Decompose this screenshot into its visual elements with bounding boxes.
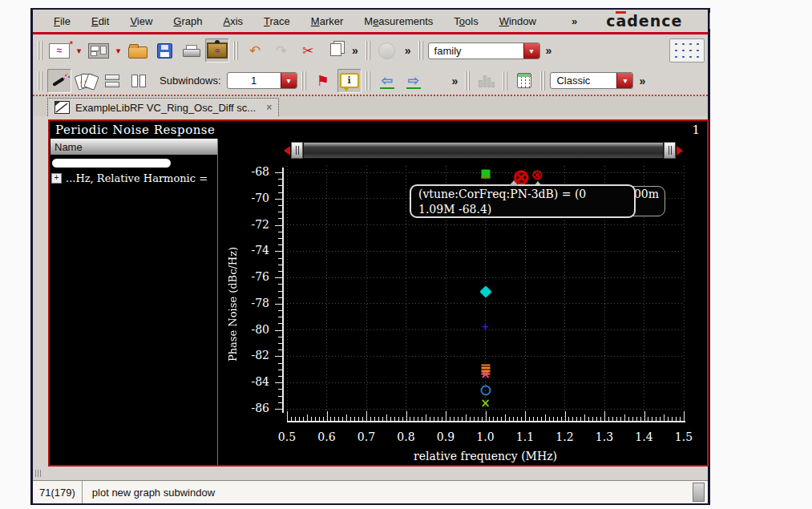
- subwindows-combobox[interactable]: 1 ▾: [227, 72, 297, 89]
- cadence-logo: cadence: [606, 12, 682, 30]
- y-tick: [278, 185, 282, 186]
- toolbar-overflow-chevron[interactable]: »: [636, 75, 648, 87]
- toolbar-overflow-chevron[interactable]: »: [543, 44, 555, 57]
- x-tick-label: 0.9: [437, 430, 454, 443]
- magic-wand-button[interactable]: [47, 69, 71, 93]
- slider-right-arrow-icon[interactable]: [677, 146, 683, 156]
- horizontal-split-button[interactable]: [100, 69, 124, 93]
- menu-item-trace[interactable]: Trace: [264, 15, 290, 27]
- point-blue-cross[interactable]: +: [481, 322, 489, 332]
- point-green-x[interactable]: ×: [480, 398, 491, 410]
- new-subwindow-button[interactable]: [87, 38, 111, 63]
- menu-item-measurements[interactable]: Measurements: [364, 15, 433, 27]
- y-tick: [278, 271, 282, 272]
- menu-item-graph[interactable]: Graph: [173, 15, 202, 27]
- new-subwindow-dropdown[interactable]: ▾: [113, 40, 123, 61]
- x-tick: [501, 417, 502, 421]
- toolbar-grip[interactable]: [503, 71, 508, 91]
- toolbar-grip[interactable]: [301, 71, 307, 91]
- toolbar-grip[interactable]: [540, 71, 546, 91]
- y-tick-label: -86: [237, 402, 269, 414]
- toolbar-overflow-chevron[interactable]: »: [449, 75, 462, 87]
- toolbar-grip[interactable]: [38, 71, 43, 91]
- print-button[interactable]: [179, 38, 203, 63]
- toolbar-grip[interactable]: [38, 41, 43, 60]
- style-combobox[interactable]: Classic ▾: [550, 72, 633, 89]
- gridline-horizontal: [287, 251, 684, 252]
- point-blue-open-circle[interactable]: [480, 386, 491, 396]
- redo-icon: ↷: [276, 44, 287, 58]
- menu-item-file[interactable]: File: [54, 15, 71, 27]
- x-tick: [358, 417, 359, 421]
- menu-item-window[interactable]: Window: [499, 15, 536, 27]
- toolbar-grip[interactable]: [418, 41, 424, 60]
- label-info-button[interactable]: i: [337, 69, 362, 93]
- x-tick: [299, 417, 300, 421]
- trace-tree-item[interactable]: + ...Hz, Relative Harmonic =: [51, 172, 208, 184]
- point-pink-x[interactable]: ×: [480, 369, 491, 381]
- toolbar-overflow-chevron[interactable]: »: [349, 44, 362, 57]
- undo-button[interactable]: ↶: [243, 38, 267, 63]
- histogram-button[interactable]: [475, 69, 499, 93]
- y-tick: [278, 317, 282, 317]
- style-combobox-caret[interactable]: ▾: [616, 73, 632, 88]
- redo-button[interactable]: ↷: [269, 38, 293, 63]
- family-combobox-caret[interactable]: ▾: [523, 43, 539, 59]
- status-resize-grip[interactable]: [693, 483, 705, 502]
- menu-item-marker[interactable]: Marker: [311, 15, 343, 27]
- slider-bar[interactable]: [303, 142, 664, 159]
- slider-left-arrow-icon[interactable]: [284, 146, 290, 156]
- previous-view-button[interactable]: ⇦: [375, 69, 399, 93]
- new-waveform-dropdown[interactable]: ▾: [74, 40, 84, 61]
- name-column-header[interactable]: Name: [50, 139, 217, 155]
- subwindows-combobox-caret[interactable]: ▾: [281, 73, 297, 88]
- toolbar-overflow-chevron[interactable]: »: [402, 44, 414, 57]
- open-button[interactable]: [126, 38, 150, 63]
- slider-left-handle[interactable]: [291, 142, 303, 159]
- pane-grip-handle[interactable]: [35, 470, 42, 477]
- x-axis-title: relative frequency (MHz): [287, 450, 684, 463]
- copy-button[interactable]: [322, 38, 346, 63]
- next-view-button[interactable]: ⇨: [402, 69, 426, 93]
- x-zoom-slider[interactable]: [284, 142, 683, 159]
- x-tick: [612, 417, 613, 421]
- tree-expander-icon[interactable]: +: [51, 173, 62, 184]
- x-tick: [450, 417, 450, 421]
- toolbar-grip[interactable]: [366, 71, 371, 91]
- name-panel-scrollbar[interactable]: [52, 159, 171, 168]
- tab-example-librf[interactable]: ExampleLibRF VC_Ring_Osc_Diff sc... ×: [47, 98, 279, 116]
- flag-button[interactable]: ⚑: [311, 69, 335, 93]
- back-button[interactable]: ◂: [375, 38, 399, 63]
- slider-right-handle[interactable]: [664, 142, 676, 159]
- family-combobox[interactable]: family ▾: [428, 42, 540, 59]
- x-tick: [648, 417, 648, 421]
- x-tick: [632, 417, 633, 421]
- calculator-button[interactable]: [512, 69, 536, 93]
- x-tick: [362, 417, 363, 421]
- graph-subwindow[interactable]: Periodic Noise Response 1 Name + ...Hz, …: [48, 119, 709, 467]
- menu-overflow-chevron[interactable]: »: [572, 15, 577, 27]
- snapshot-clipboard-button[interactable]: ≈: [205, 38, 229, 63]
- tab-close-icon[interactable]: ×: [266, 102, 272, 113]
- cut-button[interactable]: ✂: [296, 38, 320, 63]
- toolbar-grip[interactable]: [465, 71, 471, 91]
- menu-item-edit[interactable]: Edit: [91, 15, 109, 27]
- marker-callout[interactable]: (vtune:CorFreq:PN-3dB) = (0 1.09M -68.4): [410, 184, 636, 218]
- x-tick-label: 0.7: [358, 430, 375, 443]
- browser-cards-button[interactable]: ♦♦: [74, 69, 98, 93]
- save-button[interactable]: [152, 38, 176, 63]
- menu-item-axis[interactable]: Axis: [223, 15, 243, 27]
- point-green-square[interactable]: [481, 169, 490, 178]
- vertical-split-button[interactable]: [127, 69, 151, 93]
- new-waveform-window-button[interactable]: ≈*: [47, 38, 71, 63]
- point-red-marker-scribble[interactable]: ⊗: [531, 168, 543, 182]
- point-cyan-diamond[interactable]: [479, 285, 492, 298]
- toolbar-grip[interactable]: [233, 41, 239, 60]
- menu-item-tools[interactable]: Tools: [454, 15, 478, 27]
- toolbar-grip[interactable]: [366, 41, 371, 60]
- menu-item-view[interactable]: View: [130, 15, 152, 27]
- gridline-horizontal: [287, 303, 684, 304]
- x-tick: [640, 417, 641, 421]
- panel-divider[interactable]: [217, 139, 218, 465]
- x-tick: [442, 417, 442, 421]
